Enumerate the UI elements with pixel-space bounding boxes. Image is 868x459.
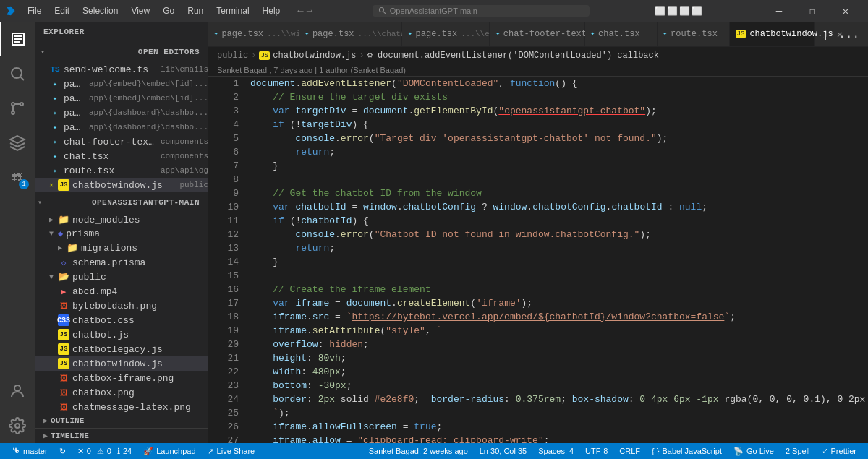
activity-explorer[interactable] — [0, 22, 35, 56]
open-editor-route[interactable]: ✦ route.tsx app\api\og — [35, 163, 208, 178]
file-chatbotwindow-js[interactable]: JS chatbotwindow.js — [35, 356, 208, 371]
line-num-19: 19 — [208, 324, 239, 338]
status-language[interactable]: { } Babel JavaScript — [646, 443, 728, 459]
breadcrumb-sep2: › — [359, 51, 364, 61]
code-container[interactable]: 1 2 3 4 5 6 7 8 9 10 11 12 13 14 15 16 1… — [208, 77, 868, 443]
folder-prisma[interactable]: ▼ ◆ prisma — [35, 227, 208, 241]
menu-selection[interactable]: Selection — [77, 4, 124, 17]
tab-tsx-icon5: ✦ — [591, 30, 595, 38]
menu-go[interactable]: Go — [157, 4, 180, 17]
activity-extensions[interactable]: 1 — [0, 160, 35, 195]
img-icon3: 🖼 — [58, 387, 69, 398]
menu-help[interactable]: Help — [257, 4, 286, 17]
line-numbers: 1 2 3 4 5 6 7 8 9 10 11 12 13 14 15 16 1… — [208, 77, 244, 443]
open-editor-chatbotwindow[interactable]: ✕ JS chatbotwindow.js public — [35, 178, 208, 192]
tab-page-embed[interactable]: ✦ page.tsx ...\\embed ✕ — [402, 22, 490, 46]
status-git-branch[interactable]: master — [6, 443, 54, 459]
activity-git[interactable] — [0, 91, 35, 126]
breadcrumb-file[interactable]: chatbotwindow.js — [273, 51, 356, 61]
file-chatbox[interactable]: 🖼 chatbox.png — [35, 385, 208, 400]
open-editor-page4[interactable]: ✦ page.tsx app\{dashboard}\dashbo... — [35, 120, 208, 134]
line-num-4: 4 — [208, 118, 239, 132]
file-chatbot-js[interactable]: JS chatbot.js — [35, 327, 208, 342]
file-bytebotdash[interactable]: 🖼 bytebotdash.png — [35, 299, 208, 313]
breadcrumb-symbol[interactable]: ⚙ document.addEventListener('DOMContentL… — [367, 50, 659, 61]
timeline-section: ▶ TIMELINE — [35, 428, 208, 443]
tab-chatbotwindow[interactable]: JS chatbotwindow.js ✕ — [730, 22, 816, 46]
status-spell[interactable]: 2 Spell — [780, 443, 816, 459]
file-tree: ▶ 📁 node_modules ▼ ◆ prisma ▶ 📁 migratio… — [35, 213, 208, 413]
tab-chat[interactable]: ✦ chat.tsx ✕ — [585, 22, 658, 46]
folder-node-modules[interactable]: ▶ 📁 node_modules — [35, 213, 208, 227]
outline-section: ▶ OUTLINE — [35, 413, 208, 428]
prettier-icon: ✓ — [822, 447, 828, 456]
status-line-ending[interactable]: CRLF — [613, 443, 646, 459]
status-encoding[interactable]: UTF-8 — [579, 443, 613, 459]
status-errors[interactable]: ✕ 0 ⚠ 0 ℹ 24 — [72, 443, 138, 459]
project-header[interactable]: ▾ OPENASSISTANTGPT-MAIN — [35, 192, 208, 213]
status-spaces[interactable]: Spaces: 4 — [532, 443, 579, 459]
open-editor-chat-footer[interactable]: ✦ chat-footer-text.tsx components — [35, 134, 208, 149]
file-abcd-mp4[interactable]: ▶ abcd.mp4 — [35, 284, 208, 299]
tab-page-chatwindow[interactable]: ✦ page.tsx ...\\chatWindow ✕ — [299, 22, 403, 46]
status-launchpad[interactable]: 🚀 Launchpad — [137, 443, 201, 459]
close-button[interactable]: ✕ — [829, 0, 862, 22]
tab-route[interactable]: ✦ route.tsx ✕ — [658, 22, 730, 46]
status-sync[interactable]: ↻ — [54, 443, 72, 459]
code-content[interactable]: document.addEventListener("DOMContentLoa… — [244, 77, 868, 443]
activity-accounts[interactable] — [0, 374, 35, 408]
open-editor-page3[interactable]: ✦ page.tsx app\{dashboard}\dashbo... — [35, 106, 208, 120]
menu-run[interactable]: Run — [182, 4, 209, 17]
menu-view[interactable]: View — [125, 4, 156, 17]
search-bar[interactable]: OpenAssistantGPT-main — [373, 5, 590, 17]
open-editors-header[interactable]: ▾ OPEN EDITORS — [35, 42, 208, 62]
split-editor-button[interactable]: ⫿ — [821, 27, 833, 46]
open-editor-send-welcome[interactable]: TS send-welcome.ts lib\emails — [35, 62, 208, 77]
code-line-12: console.error("Chatbot ID not found in w… — [250, 228, 868, 241]
file-chatmessage-latex[interactable]: 🖼 chatmessage-latex.png — [35, 400, 208, 413]
status-cursor[interactable]: Ln 30, Col 35 — [474, 443, 532, 459]
minimize-button[interactable]: — — [762, 0, 796, 22]
line-num-20: 20 — [208, 338, 239, 351]
img-icon4: 🖼 — [58, 401, 69, 413]
more-actions-button[interactable]: ··· — [835, 27, 862, 46]
file-chatbox-iframe[interactable]: 🖼 chatbox-iframe.png — [35, 371, 208, 385]
nav-back[interactable]: ← — [297, 5, 303, 17]
status-go-live[interactable]: 📡 Go Live — [728, 443, 780, 459]
activity-search[interactable] — [0, 56, 35, 91]
open-editor-chat[interactable]: ✦ chat.tsx components — [35, 149, 208, 163]
status-git-author[interactable]: Sanket Bagad, 2 weeks ago — [363, 443, 474, 459]
line-num-27: 27 — [208, 434, 239, 443]
open-editor-page1[interactable]: ✦ page.tsx app\{embed}\embed\[id]... — [35, 77, 208, 91]
language-label: { } — [652, 447, 659, 455]
folder-public[interactable]: ▼ 📂 public — [35, 270, 208, 284]
folder-migrations[interactable]: ▶ 📁 migrations — [35, 241, 208, 255]
status-live-share[interactable]: ↗ Live Share — [202, 443, 261, 459]
activity-debug[interactable] — [0, 126, 35, 160]
outline-header[interactable]: ▶ OUTLINE — [35, 413, 208, 428]
explorer-header[interactable]: EXPLORER ··· — [35, 22, 208, 42]
folder-icon2: 📁 — [67, 242, 78, 254]
code-line-27: iframe.allow = "clipboard-read; clipboar… — [250, 434, 868, 443]
file-chatbot-css[interactable]: CSS chatbot.css — [35, 313, 208, 327]
breadcrumb-public[interactable]: public — [217, 51, 248, 61]
css-icon: CSS — [58, 314, 69, 326]
explorer-more[interactable]: ··· — [184, 27, 200, 36]
nav-forward[interactable]: → — [307, 5, 312, 17]
menu-terminal[interactable]: Terminal — [210, 4, 255, 17]
menu-file[interactable]: File — [22, 4, 47, 17]
open-editor-page2[interactable]: ✦ page.tsx app\{embed}\embed\[id]... — [35, 91, 208, 106]
launchpad-icon: 🚀 — [143, 447, 153, 456]
maximize-button[interactable]: ☐ — [796, 0, 829, 22]
tab-chat-footer[interactable]: ✦ chat-footer-text.tsx ✕ — [490, 22, 584, 46]
activity-settings[interactable] — [0, 408, 35, 443]
file-schema-prisma[interactable]: ◇ schema.prisma — [35, 255, 208, 270]
menu-edit[interactable]: Edit — [48, 4, 75, 17]
tab-page-window[interactable]: ✦ page.tsx ...\\window ✕ — [208, 22, 299, 46]
prisma-file-icon: ◇ — [58, 257, 69, 268]
status-prettier[interactable]: ✓ Prettier — [816, 443, 862, 459]
code-line-16: // Create the iframe element — [250, 283, 868, 296]
file-chatbotlegacy[interactable]: JS chatbotlegacy.js — [35, 342, 208, 356]
timeline-header[interactable]: ▶ TIMELINE — [35, 428, 208, 443]
code-line-10: var chatbotId = window.chatbotConfig ? w… — [250, 200, 868, 214]
